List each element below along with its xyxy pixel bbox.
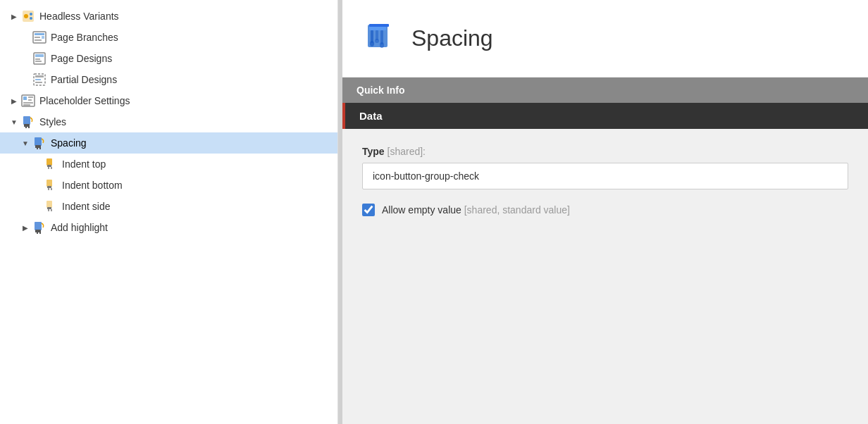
indent-bottom-icon (44, 178, 58, 192)
sidebar-item-label: Page Branches (51, 32, 118, 43)
type-field-label: Type [shared]: (362, 146, 848, 157)
allow-empty-meta-text: [shared, standard value] (464, 204, 570, 216)
sidebar-item-placeholder-settings[interactable]: ▶ Placeholder Settings (0, 90, 337, 111)
svg-rect-27 (35, 137, 42, 146)
svg-point-3 (30, 17, 32, 20)
quick-info-bar: Quick Info (342, 77, 868, 103)
main-panel: Spacing Quick Info Data Type [shared]: i… (342, 0, 868, 424)
svg-point-52 (375, 39, 379, 43)
toggle-spacer (20, 32, 31, 43)
svg-rect-20 (28, 99, 32, 101)
svg-rect-21 (23, 102, 33, 104)
sidebar-item-styles[interactable]: ▼ Styles (0, 111, 337, 132)
allow-empty-row: Allow empty value [shared, standard valu… (362, 204, 848, 216)
svg-rect-35 (46, 180, 52, 187)
sidebar-item-indent-top[interactable]: Indent top (0, 154, 337, 175)
toggle-icon: ▶ (8, 95, 20, 106)
toggle-spacer (31, 180, 42, 191)
partial-designs-icon (32, 73, 46, 87)
sidebar-item-label: Placeholder Settings (39, 95, 130, 106)
sidebar-item-label: Styles (39, 116, 66, 127)
svg-rect-39 (46, 201, 52, 208)
svg-point-2 (30, 13, 32, 15)
styles-icon (21, 115, 35, 129)
page-header: Spacing (342, 0, 868, 77)
svg-rect-6 (35, 37, 40, 38)
allow-empty-checkbox[interactable] (362, 204, 375, 216)
svg-rect-16 (35, 82, 42, 83)
sidebar: ▶ Headless Variants Page Branches (0, 0, 338, 424)
svg-rect-7 (35, 39, 42, 41)
svg-point-54 (380, 42, 384, 48)
svg-rect-10 (35, 54, 44, 57)
headless-variants-icon (21, 9, 35, 23)
page-title: Spacing (411, 25, 493, 51)
sidebar-item-page-branches[interactable]: Page Branches (0, 27, 337, 48)
svg-point-1 (24, 14, 28, 18)
svg-rect-5 (35, 33, 44, 35)
toggle-spacer (31, 158, 42, 170)
type-meta-text: [shared]: (388, 146, 426, 157)
svg-rect-15 (35, 79, 41, 80)
allow-empty-label[interactable]: Allow empty value [shared, standard valu… (382, 204, 570, 216)
svg-rect-22 (23, 104, 30, 106)
sidebar-item-add-highlight[interactable]: ▶ Add highlight (0, 217, 337, 238)
allow-empty-label-text: Allow empty value (382, 204, 461, 216)
page-designs-icon (32, 51, 46, 66)
sidebar-item-label: Indent side (62, 201, 111, 212)
type-input[interactable]: icon-button-group-check (362, 163, 848, 189)
quick-info-label: Quick Info (356, 85, 404, 96)
sidebar-item-indent-bottom[interactable]: Indent bottom (0, 175, 337, 196)
indent-side-icon (44, 199, 58, 213)
indent-top-icon (44, 157, 58, 171)
svg-rect-19 (28, 96, 33, 98)
sidebar-item-headless-variants[interactable]: ▶ Headless Variants (0, 6, 337, 27)
sidebar-item-label: Headless Variants (39, 11, 119, 22)
svg-rect-8 (42, 36, 44, 39)
sidebar-item-spacing[interactable]: ▼ Spacing (0, 132, 337, 154)
sidebar-item-label: Spacing (51, 137, 87, 149)
content-area: Type [shared]: icon-button-group-check A… (342, 129, 868, 424)
toggle-spacer (20, 53, 31, 64)
svg-rect-14 (35, 75, 44, 77)
add-highlight-icon (32, 220, 46, 235)
svg-rect-23 (23, 116, 30, 125)
data-bar-label: Data (359, 110, 383, 122)
svg-rect-31 (46, 158, 52, 166)
sidebar-item-label: Partial Designs (51, 74, 117, 85)
toggle-spacer (20, 74, 31, 85)
placeholder-icon (21, 94, 35, 108)
toggle-icon: ▶ (8, 11, 20, 22)
toggle-spacer (31, 201, 42, 212)
svg-rect-11 (35, 58, 40, 60)
sidebar-item-indent-side[interactable]: Indent side (0, 196, 337, 217)
svg-rect-18 (23, 96, 27, 100)
svg-rect-36 (47, 186, 51, 188)
sidebar-item-label: Indent top (62, 158, 106, 170)
sidebar-item-label: Indent bottom (62, 180, 123, 191)
page-branches-icon (32, 30, 46, 44)
svg-rect-12 (35, 61, 42, 62)
sidebar-item-page-designs[interactable]: Page Designs (0, 48, 337, 69)
sidebar-item-label: Page Designs (51, 53, 112, 64)
svg-rect-51 (376, 30, 378, 40)
spacing-icon (32, 136, 46, 150)
sidebar-item-label: Add highlight (51, 222, 108, 233)
data-bar[interactable]: Data (342, 103, 868, 129)
svg-rect-43 (35, 222, 42, 230)
svg-rect-40 (47, 207, 51, 209)
svg-point-50 (370, 41, 374, 46)
toggle-icon: ▼ (20, 137, 31, 149)
type-field-group: Type [shared]: icon-button-group-check (362, 146, 848, 189)
sidebar-item-partial-designs[interactable]: Partial Designs (0, 69, 337, 90)
toggle-icon: ▼ (8, 116, 20, 127)
type-label-text: Type (362, 146, 385, 157)
svg-rect-55 (369, 24, 389, 27)
toggle-icon: ▶ (20, 222, 31, 233)
page-header-icon (362, 20, 399, 57)
svg-rect-32 (47, 165, 51, 167)
